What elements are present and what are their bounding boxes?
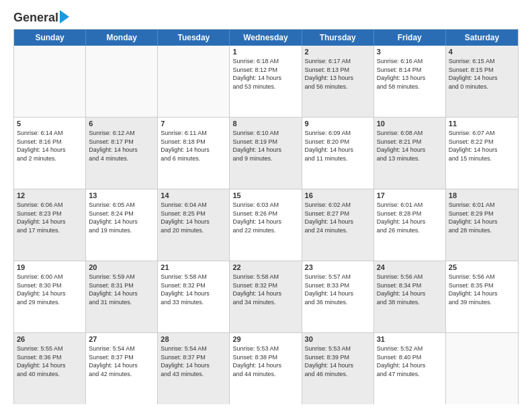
calendar-cell: 4Sunrise: 6:15 AM Sunset: 8:15 PM Daylig… — [446, 46, 518, 117]
day-info: Sunrise: 6:03 AM Sunset: 8:26 PM Dayligh… — [232, 201, 298, 234]
calendar-week-row: 19Sunrise: 6:00 AM Sunset: 8:30 PM Dayli… — [14, 261, 518, 333]
calendar-cell: 16Sunrise: 6:02 AM Sunset: 8:27 PM Dayli… — [302, 189, 374, 261]
day-info: Sunrise: 6:17 AM Sunset: 8:13 PM Dayligh… — [305, 57, 371, 91]
day-info: Sunrise: 5:54 AM Sunset: 8:37 PM Dayligh… — [89, 345, 154, 378]
day-info: Sunrise: 6:01 AM Sunset: 8:29 PM Dayligh… — [449, 201, 515, 234]
calendar-cell: 24Sunrise: 5:56 AM Sunset: 8:34 PM Dayli… — [374, 261, 446, 332]
calendar: SundayMondayTuesdayWednesdayThursdayFrid… — [13, 29, 519, 404]
day-number: 1 — [232, 48, 298, 56]
day-number: 11 — [449, 120, 515, 128]
day-number: 19 — [17, 263, 83, 271]
day-number: 13 — [89, 191, 154, 199]
day-info: Sunrise: 6:07 AM Sunset: 8:22 PM Dayligh… — [449, 129, 515, 163]
calendar-cell: 10Sunrise: 6:08 AM Sunset: 8:21 PM Dayli… — [374, 118, 446, 189]
day-info: Sunrise: 6:10 AM Sunset: 8:19 PM Dayligh… — [232, 129, 298, 163]
day-info: Sunrise: 6:04 AM Sunset: 8:25 PM Dayligh… — [161, 201, 226, 234]
calendar-cell: 22Sunrise: 5:58 AM Sunset: 8:32 PM Dayli… — [230, 261, 302, 332]
calendar-cell: 31Sunrise: 5:52 AM Sunset: 8:40 PM Dayli… — [374, 333, 446, 404]
day-number: 8 — [232, 120, 298, 128]
calendar-cell: 14Sunrise: 6:04 AM Sunset: 8:25 PM Dayli… — [158, 189, 230, 261]
day-info: Sunrise: 6:09 AM Sunset: 8:20 PM Dayligh… — [305, 129, 371, 163]
cal-header-day: Wednesday — [230, 30, 302, 46]
day-number: 3 — [377, 48, 443, 56]
header: General — [13, 11, 519, 24]
day-number: 18 — [449, 191, 515, 199]
day-info: Sunrise: 6:01 AM Sunset: 8:28 PM Dayligh… — [377, 201, 443, 234]
cal-header-day: Tuesday — [158, 30, 230, 46]
calendar-cell: 30Sunrise: 5:53 AM Sunset: 8:39 PM Dayli… — [302, 333, 374, 404]
day-number: 22 — [232, 263, 298, 271]
calendar-cell — [446, 333, 518, 404]
calendar-cell — [86, 46, 158, 117]
cal-header-day: Monday — [86, 30, 158, 46]
calendar-cell: 18Sunrise: 6:01 AM Sunset: 8:29 PM Dayli… — [446, 189, 518, 261]
calendar-cell: 13Sunrise: 6:05 AM Sunset: 8:24 PM Dayli… — [86, 189, 158, 261]
calendar-cell: 2Sunrise: 6:17 AM Sunset: 8:13 PM Daylig… — [302, 46, 374, 117]
day-number: 30 — [305, 335, 371, 343]
day-number: 24 — [377, 263, 443, 271]
calendar-cell: 15Sunrise: 6:03 AM Sunset: 8:26 PM Dayli… — [230, 189, 302, 261]
cal-header-day: Saturday — [446, 30, 518, 46]
page: General SundayMondayTuesdayWednesdayThur… — [0, 0, 532, 411]
calendar-cell: 23Sunrise: 5:57 AM Sunset: 8:33 PM Dayli… — [302, 261, 374, 332]
day-number: 14 — [161, 191, 226, 199]
calendar-cell: 21Sunrise: 5:58 AM Sunset: 8:32 PM Dayli… — [158, 261, 230, 332]
logo-text-general: General — [13, 11, 58, 25]
calendar-cell: 25Sunrise: 5:56 AM Sunset: 8:35 PM Dayli… — [446, 261, 518, 332]
calendar-cell: 12Sunrise: 6:06 AM Sunset: 8:23 PM Dayli… — [14, 189, 86, 261]
day-info: Sunrise: 5:57 AM Sunset: 8:33 PM Dayligh… — [305, 273, 371, 306]
calendar-week-row: 12Sunrise: 6:06 AM Sunset: 8:23 PM Dayli… — [14, 189, 518, 261]
day-number: 20 — [89, 263, 154, 271]
calendar-cell: 11Sunrise: 6:07 AM Sunset: 8:22 PM Dayli… — [446, 118, 518, 189]
day-number: 12 — [17, 191, 83, 199]
calendar-cell: 17Sunrise: 6:01 AM Sunset: 8:28 PM Dayli… — [374, 189, 446, 261]
day-number: 31 — [377, 335, 443, 343]
calendar-cell: 6Sunrise: 6:12 AM Sunset: 8:17 PM Daylig… — [86, 118, 158, 189]
day-info: Sunrise: 5:56 AM Sunset: 8:34 PM Dayligh… — [377, 273, 443, 306]
day-number: 17 — [377, 191, 443, 199]
day-number: 5 — [17, 120, 83, 128]
calendar-cell: 29Sunrise: 5:53 AM Sunset: 8:38 PM Dayli… — [230, 333, 302, 404]
calendar-cell: 19Sunrise: 6:00 AM Sunset: 8:30 PM Dayli… — [14, 261, 86, 332]
calendar-cell: 1Sunrise: 6:18 AM Sunset: 8:12 PM Daylig… — [230, 46, 302, 117]
day-info: Sunrise: 5:53 AM Sunset: 8:39 PM Dayligh… — [305, 345, 371, 378]
cal-header-day: Sunday — [14, 30, 86, 46]
calendar-cell: 26Sunrise: 5:55 AM Sunset: 8:36 PM Dayli… — [14, 333, 86, 404]
calendar-cell — [14, 46, 86, 117]
day-info: Sunrise: 5:59 AM Sunset: 8:31 PM Dayligh… — [89, 273, 154, 306]
day-info: Sunrise: 6:15 AM Sunset: 8:15 PM Dayligh… — [449, 57, 515, 91]
day-number: 9 — [305, 120, 371, 128]
calendar-cell — [158, 46, 230, 117]
day-info: Sunrise: 6:12 AM Sunset: 8:17 PM Dayligh… — [89, 129, 154, 163]
day-number: 25 — [449, 263, 515, 271]
day-info: Sunrise: 6:16 AM Sunset: 8:14 PM Dayligh… — [377, 57, 443, 91]
calendar-cell: 9Sunrise: 6:09 AM Sunset: 8:20 PM Daylig… — [302, 118, 374, 189]
logo-arrow-icon — [60, 10, 69, 24]
cal-header-day: Thursday — [302, 30, 374, 46]
day-info: Sunrise: 5:55 AM Sunset: 8:36 PM Dayligh… — [17, 345, 83, 378]
day-info: Sunrise: 5:58 AM Sunset: 8:32 PM Dayligh… — [232, 273, 298, 306]
day-info: Sunrise: 6:02 AM Sunset: 8:27 PM Dayligh… — [305, 201, 371, 234]
day-info: Sunrise: 5:54 AM Sunset: 8:37 PM Dayligh… — [161, 345, 226, 378]
calendar-header: SundayMondayTuesdayWednesdayThursdayFrid… — [14, 30, 518, 46]
calendar-cell: 20Sunrise: 5:59 AM Sunset: 8:31 PM Dayli… — [86, 261, 158, 332]
day-info: Sunrise: 6:05 AM Sunset: 8:24 PM Dayligh… — [89, 201, 154, 234]
day-number: 2 — [305, 48, 371, 56]
day-info: Sunrise: 5:58 AM Sunset: 8:32 PM Dayligh… — [161, 273, 226, 306]
day-info: Sunrise: 5:53 AM Sunset: 8:38 PM Dayligh… — [232, 345, 298, 378]
day-number: 29 — [232, 335, 298, 343]
day-info: Sunrise: 6:08 AM Sunset: 8:21 PM Dayligh… — [377, 129, 443, 163]
day-info: Sunrise: 5:52 AM Sunset: 8:40 PM Dayligh… — [377, 345, 443, 378]
day-number: 7 — [161, 120, 226, 128]
day-number: 10 — [377, 120, 443, 128]
day-number: 23 — [305, 263, 371, 271]
day-number: 27 — [89, 335, 154, 343]
day-number: 26 — [17, 335, 83, 343]
calendar-week-row: 1Sunrise: 6:18 AM Sunset: 8:12 PM Daylig… — [14, 46, 518, 118]
calendar-cell: 8Sunrise: 6:10 AM Sunset: 8:19 PM Daylig… — [230, 118, 302, 189]
day-number: 16 — [305, 191, 371, 199]
logo: General — [13, 11, 69, 24]
day-info: Sunrise: 6:11 AM Sunset: 8:18 PM Dayligh… — [161, 129, 226, 163]
calendar-week-row: 26Sunrise: 5:55 AM Sunset: 8:36 PM Dayli… — [14, 333, 518, 404]
day-info: Sunrise: 6:14 AM Sunset: 8:16 PM Dayligh… — [17, 129, 83, 163]
